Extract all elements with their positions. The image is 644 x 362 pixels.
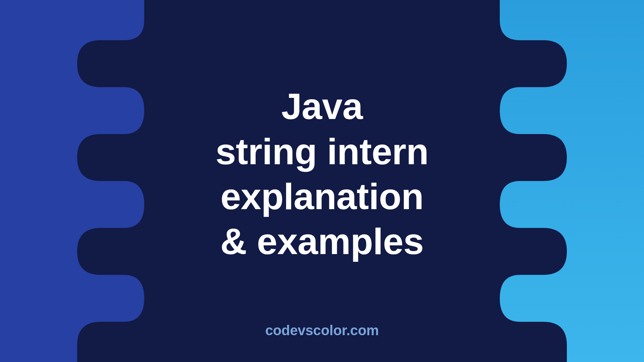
graphic-canvas: Java string intern explanation & example… <box>0 0 644 362</box>
title-block: Java string intern explanation & example… <box>64 84 580 264</box>
title-line-3: explanation <box>64 174 580 219</box>
title-line-2: string intern <box>64 129 580 174</box>
title-line-4: & examples <box>64 219 580 264</box>
credit-text: codevscolor.com <box>265 322 379 339</box>
title-line-1: Java <box>64 84 580 129</box>
